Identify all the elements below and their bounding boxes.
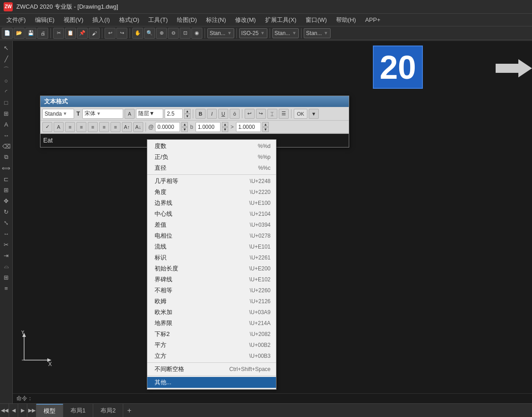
tf-align-right-btn[interactable]: ≡	[88, 122, 98, 132]
lt-extend-btn[interactable]: ⇥	[1, 250, 11, 260]
tf-angle-spin[interactable]: ▲ ▼	[181, 122, 188, 132]
tf-width-dn[interactable]: ▼	[222, 127, 228, 132]
cm-degree[interactable]: 度数 %%d	[147, 141, 276, 152]
tb-pan-btn[interactable]: ✋	[132, 28, 143, 39]
tf-size-input[interactable]: 2.5	[165, 109, 183, 119]
menu-edit[interactable]: 编辑(E)	[30, 15, 59, 25]
lt-stretch-btn[interactable]: ↔	[1, 229, 11, 239]
cm-boundary[interactable]: 边界线 \U+E100	[147, 198, 276, 208]
lt-rect-btn[interactable]: □	[1, 97, 11, 107]
lt-hatch-btn[interactable]: ⊞	[1, 108, 11, 118]
lt-offset-btn[interactable]: ⊏	[1, 174, 11, 184]
tb-copy-btn[interactable]: 📋	[65, 28, 76, 39]
tf-ruler-btn[interactable]: ☰	[279, 109, 289, 119]
cm-property-line[interactable]: 地界限 \U+214A	[147, 318, 276, 329]
nav-next-btn[interactable]: ▶	[18, 404, 27, 417]
tf-special-btn[interactable]: ✓	[42, 122, 52, 132]
cm-cube[interactable]: 立方 \U+00B3	[147, 351, 276, 361]
cm-subscript2[interactable]: 下标2 \U+2082	[147, 329, 276, 340]
cm-flowline[interactable]: 流线 \U+E101	[147, 241, 276, 252]
cm-phase[interactable]: 电相位 \U+0278	[147, 230, 276, 241]
tf-size-spin[interactable]: ▲ ▼	[184, 109, 191, 119]
menu-tools[interactable]: 工具(T)	[144, 15, 172, 25]
cm-delta[interactable]: 差值 \U+0394	[147, 219, 276, 230]
tb-stan-dropdown2[interactable]: Stan... ▼	[272, 28, 299, 38]
tf-angle-dn[interactable]: ▼	[181, 127, 188, 132]
tab-layout2[interactable]: 布局2	[93, 404, 123, 417]
cm-plusminus[interactable]: 正/负 %%p	[147, 152, 276, 163]
lt-select-btn[interactable]: ↖	[1, 43, 11, 53]
tb-zoom2-btn[interactable]: ⊕	[156, 28, 167, 39]
tf-font-sz-dn[interactable]: A↓	[133, 122, 143, 132]
tab-layout1[interactable]: 布局1	[63, 404, 93, 417]
tf-ok-btn[interactable]: OK	[294, 109, 307, 119]
tb-zoom3-btn[interactable]: ⊖	[168, 28, 179, 39]
tf-angle-up[interactable]: ▲	[181, 122, 188, 127]
tb-redo-btn[interactable]: ↪	[116, 28, 127, 39]
tf-width-input[interactable]: 1.0000	[196, 122, 221, 132]
tb-undo-btn[interactable]: ↩	[105, 28, 115, 39]
tb-save-btn[interactable]: 💾	[25, 28, 36, 39]
tb-stan-dropdown3[interactable]: Stan... ▼	[304, 28, 331, 38]
tb-zoom-btn[interactable]: 🔍	[144, 28, 155, 39]
tb-3d-btn[interactable]: ◉	[191, 28, 202, 39]
tf-scale-spin[interactable]: ▲ ▼	[262, 122, 269, 132]
tf-underline-btn[interactable]: U	[218, 109, 228, 119]
menu-extend[interactable]: 扩展工具(X)	[261, 15, 301, 25]
menu-insert[interactable]: 插入(I)	[88, 15, 114, 25]
tf-font-sz-up[interactable]: A↑	[122, 122, 132, 132]
lt-copy-btn[interactable]: ⧉	[1, 152, 11, 162]
menu-draw[interactable]: 绘图(D)	[172, 15, 201, 25]
cm-omega[interactable]: 欧米加 \U+03A9	[147, 307, 276, 318]
tb-cut-btn[interactable]: ✂	[53, 28, 64, 39]
tf-strike-btn[interactable]: ō	[230, 109, 240, 119]
nav-prev-btn[interactable]: ◀	[9, 404, 18, 417]
lt-layer-btn[interactable]: ≡	[1, 283, 11, 293]
lt-mirror-btn[interactable]: ⟺	[1, 163, 11, 173]
tab-add-btn[interactable]: +	[123, 404, 135, 417]
lt-circle-btn[interactable]: ○	[1, 76, 11, 86]
lt-scale-btn[interactable]: ⤡	[1, 218, 11, 228]
menu-dim[interactable]: 标注(N)	[201, 15, 231, 25]
tf-undo-btn[interactable]: ↩	[245, 109, 255, 119]
tf-scale-input[interactable]: 1.0000	[236, 122, 261, 132]
cm-monument[interactable]: 界碑线 \U+E102	[147, 274, 276, 285]
cm-other[interactable]: 其他...	[147, 377, 276, 388]
tf-size-dn[interactable]: ▼	[184, 114, 191, 119]
cm-notequal[interactable]: 不相等 \U+2260	[147, 285, 276, 296]
tf-align-left-btn[interactable]: ≡	[65, 122, 75, 132]
lt-rotate-btn[interactable]: ↻	[1, 207, 11, 217]
menu-window[interactable]: 窗口(W)	[301, 15, 331, 25]
tb-iso-dropdown[interactable]: ISO-25 ▼	[239, 28, 267, 38]
tf-redo-btn[interactable]: ↪	[256, 109, 266, 119]
tf-width-up[interactable]: ▲	[222, 122, 228, 127]
cm-centerline[interactable]: 中心线 \U+2104	[147, 208, 276, 219]
lt-line-btn[interactable]: ╱	[1, 54, 11, 64]
lt-array-btn[interactable]: ⊞	[1, 185, 11, 195]
menu-view[interactable]: 视图(V)	[59, 15, 88, 25]
tf-subscript-btn[interactable]: A	[54, 122, 64, 132]
menu-format[interactable]: 格式(O)	[115, 15, 144, 25]
cm-almost-equal[interactable]: 几乎相等 \U+2248	[147, 176, 276, 187]
cm-nbsp[interactable]: 不间断空格 Ctrl+Shift+Space	[147, 364, 276, 375]
tab-model[interactable]: 模型	[36, 404, 63, 417]
cm-id[interactable]: 标识 \U+2261	[147, 252, 276, 263]
nav-first-btn[interactable]: ◀◀	[0, 404, 9, 417]
menu-app[interactable]: APP+	[361, 15, 385, 24]
tf-stack-btn[interactable]: ⌶	[267, 109, 277, 119]
tf-bold-btn[interactable]: B	[196, 109, 206, 119]
tf-align-center-btn[interactable]: ≡	[76, 122, 86, 132]
tf-layer-btn[interactable]: 随层▼	[136, 109, 163, 119]
tf-width-spin[interactable]: ▲ ▼	[222, 122, 228, 132]
tf-expand-btn[interactable]: ▼	[309, 109, 319, 119]
tb-print-btn[interactable]: 🖨	[37, 28, 48, 39]
tf-bullet-btn[interactable]: ≡	[110, 122, 120, 132]
tf-italic-btn[interactable]: I	[207, 109, 217, 119]
lt-grid-btn[interactable]: ⊞	[1, 272, 11, 282]
lt-text-btn[interactable]: A	[1, 119, 11, 129]
nav-last-btn[interactable]: ▶▶	[27, 404, 36, 417]
tb-new-btn[interactable]: 📄	[2, 28, 13, 39]
cm-square[interactable]: 平方 \U+00B2	[147, 340, 276, 351]
menu-help[interactable]: 帮助(H)	[331, 15, 361, 25]
tb-stan-dropdown1[interactable]: Stan... ▼	[207, 28, 234, 38]
